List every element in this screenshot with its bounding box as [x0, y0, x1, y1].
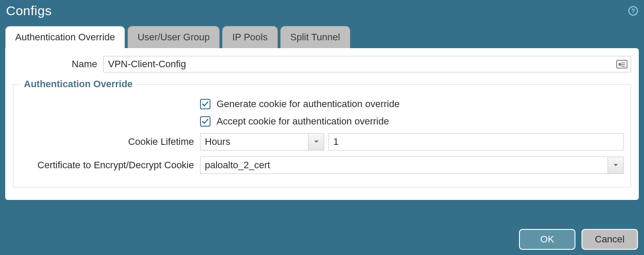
tab-panel: Name Authentication Override Generate co…: [5, 48, 639, 200]
dialog-footer: OK Cancel: [519, 229, 638, 250]
certificate-label: Certificate to Encrypt/Decrypt Cookie: [20, 160, 200, 171]
accept-cookie-checkbox[interactable]: [200, 116, 210, 127]
tab-authentication-override[interactable]: Authentication Override: [5, 26, 125, 48]
dialog-titlebar: Configs ?: [0, 0, 644, 26]
authentication-override-group: Authentication Override Generate cookie …: [13, 78, 631, 187]
tab-ip-pools[interactable]: IP Pools: [222, 26, 278, 48]
accept-cookie-row: Accept cookie for authentication overrid…: [20, 116, 624, 127]
cookie-lifetime-label: Cookie Lifetime: [20, 136, 200, 147]
chevron-down-icon: [608, 157, 623, 173]
tab-split-tunnel[interactable]: Split Tunnel: [280, 26, 350, 48]
configs-dialog: Configs ? Authentication Override User/U…: [0, 0, 644, 255]
name-label: Name: [13, 59, 103, 70]
chevron-down-icon: [308, 134, 324, 150]
cancel-button[interactable]: Cancel: [582, 229, 638, 250]
generate-cookie-label: Generate cookie for authentication overr…: [217, 98, 400, 110]
name-row: Name: [13, 56, 631, 72]
tab-user-user-group[interactable]: User/User Group: [128, 26, 220, 48]
tab-bar: Authentication Override User/User Group …: [0, 26, 644, 48]
cookie-lifetime-value-input[interactable]: [329, 133, 624, 150]
generate-cookie-row: Generate cookie for authentication overr…: [20, 98, 624, 110]
ok-button[interactable]: OK: [519, 229, 575, 250]
dialog-title: Configs: [6, 3, 52, 18]
name-input[interactable]: [103, 56, 631, 72]
group-legend: Authentication Override: [20, 78, 136, 90]
id-card-icon[interactable]: [616, 60, 628, 69]
certificate-select[interactable]: paloalto_2_cert: [200, 157, 624, 174]
cookie-lifetime-unit-select[interactable]: Hours: [200, 133, 324, 150]
accept-cookie-label: Accept cookie for authentication overrid…: [217, 116, 389, 127]
certificate-row: Certificate to Encrypt/Decrypt Cookie pa…: [20, 157, 624, 174]
help-icon[interactable]: ?: [628, 6, 638, 16]
generate-cookie-checkbox[interactable]: [200, 99, 210, 109]
cookie-lifetime-row: Cookie Lifetime Hours: [20, 133, 624, 150]
